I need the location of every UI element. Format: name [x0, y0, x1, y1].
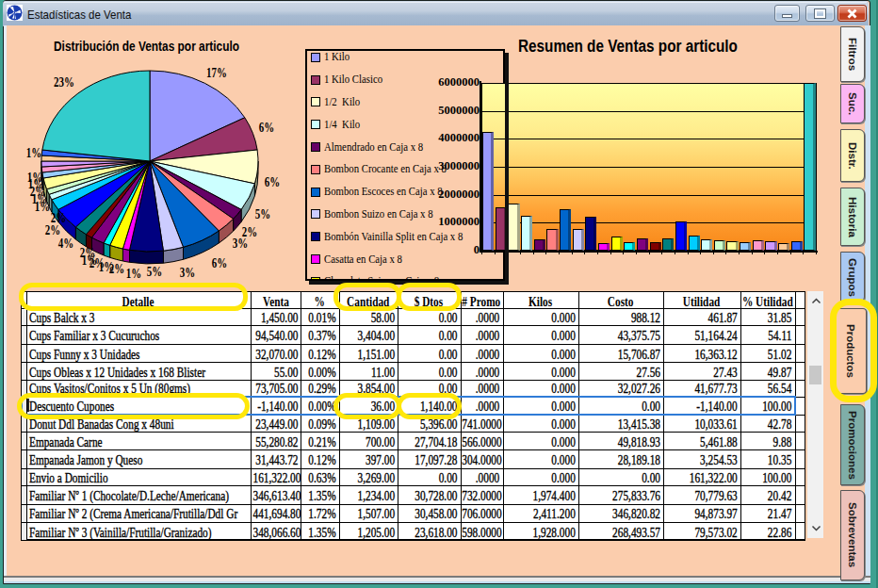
svg-text:17%: 17% — [206, 66, 227, 81]
svg-text:2%: 2% — [51, 211, 66, 226]
svg-text:6%: 6% — [212, 256, 227, 271]
svg-text:1%: 1% — [26, 146, 41, 161]
svg-text:3%: 3% — [233, 237, 248, 252]
svg-text:3%: 3% — [180, 266, 195, 281]
svg-text:5%: 5% — [147, 265, 162, 280]
svg-text:1%: 1% — [126, 267, 141, 282]
svg-text:6%: 6% — [259, 121, 274, 136]
svg-text:4%: 4% — [58, 237, 73, 252]
svg-text:23%: 23% — [54, 75, 74, 90]
svg-text:5%: 5% — [255, 207, 270, 222]
svg-text:6%: 6% — [265, 175, 280, 190]
svg-text:1%: 1% — [27, 171, 42, 186]
svg-text:2%: 2% — [80, 246, 95, 261]
